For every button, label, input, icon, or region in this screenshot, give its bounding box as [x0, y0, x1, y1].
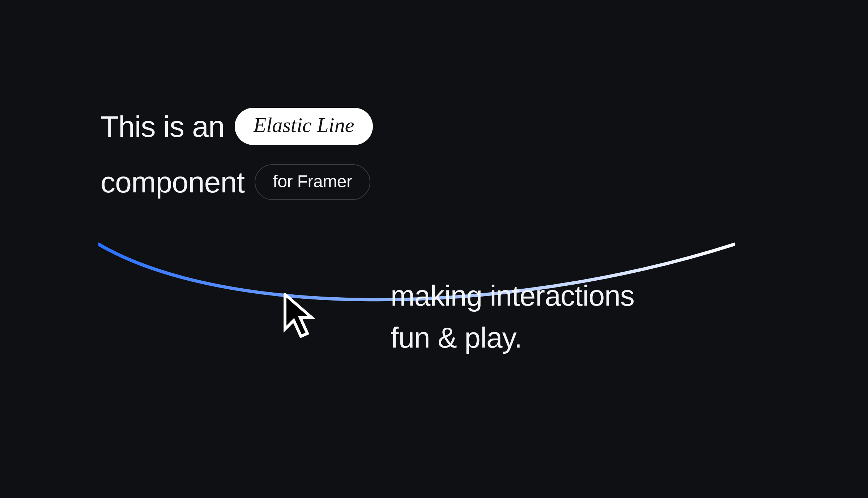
cursor-icon	[282, 293, 315, 344]
tagline-line-1: making interactions	[391, 275, 634, 317]
headline-text-1: This is an	[101, 110, 225, 144]
promo-canvas: This is an Elastic Line component for Fr…	[0, 0, 868, 498]
headline-row-1: This is an Elastic Line	[101, 108, 373, 145]
tagline-line-2: fun & play.	[391, 317, 634, 359]
pill-for-framer[interactable]: for Framer	[255, 164, 370, 200]
headline-row-2: component for Framer	[101, 164, 370, 200]
pill-for-framer-label: for Framer	[273, 171, 352, 191]
headline-text-2: component	[101, 165, 244, 199]
pill-elastic-line[interactable]: Elastic Line	[235, 108, 373, 145]
pill-elastic-line-label: Elastic Line	[254, 113, 354, 137]
tagline: making interactions fun & play.	[391, 275, 634, 359]
